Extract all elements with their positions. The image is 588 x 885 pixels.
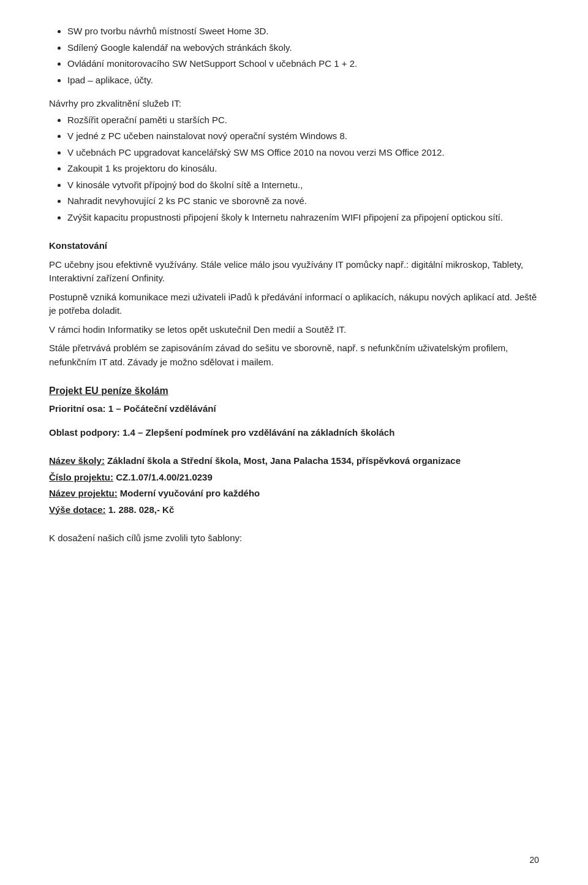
list-item: SW pro tvorbu návrhů místností Sweet Hom…: [67, 25, 539, 39]
vyse-dotace-line: Výše dotace: 1. 288. 028,- Kč: [49, 503, 539, 517]
nazev-skoly-label: Název školy:: [49, 455, 105, 466]
list-item: V jedné z PC učeben nainstalovat nový op…: [67, 129, 539, 143]
nazev-projektu-label: Název projektu:: [49, 488, 118, 498]
vyse-dotace-label: Výše dotace:: [49, 504, 106, 515]
cislo-projektu-line: Číslo projektu: CZ.1.07/1.4.00/21.0239: [49, 471, 539, 485]
cislo-projektu-label: Číslo projektu:: [49, 472, 113, 482]
k-dosazeni-text: K dosažení našich cílů jsme zvolili tyto…: [49, 531, 539, 545]
priorita-line: Prioritní osa: 1 – Počáteční vzdělávání: [49, 402, 539, 416]
nazev-skoly-line: Název školy: Základní škola a Střední šk…: [49, 454, 539, 468]
konstatovani-p1: PC učebny jsou efektivně využívány. Stál…: [49, 258, 539, 286]
konstatovani-p4: Stále přetrvává problém se zapisováním z…: [49, 341, 539, 369]
list-item: Rozšířit operační paměti u starších PC.: [67, 113, 539, 127]
list-item: Nahradit nevyhovující 2 ks PC stanic ve …: [67, 194, 539, 208]
navrhy-section: Návrhy pro zkvalitnění služeb IT: Rozšíř…: [49, 97, 539, 224]
konstatovani-p3: V rámci hodin Informatiky se letos opět …: [49, 323, 539, 337]
oblast-section: Oblast podpory: 1.4 – Zlepšení podmínek …: [49, 426, 539, 440]
nazev-projektu-line: Název projektu: Moderní vyučování pro ka…: [49, 487, 539, 501]
vyse-dotace-value: 1. 288. 028,- Kč: [106, 504, 175, 515]
konstatovani-p2: Postupně vzniká komunikace mezi uživatel…: [49, 291, 539, 318]
k-dosazeni-section: K dosažení našich cílů jsme zvolili tyto…: [49, 531, 539, 545]
intro-bullet-list: SW pro tvorbu návrhů místností Sweet Hom…: [49, 25, 539, 87]
projekt-section: Projekt EU peníze školám Prioritní osa: …: [49, 384, 539, 416]
list-item: Zvýšit kapacitu propustnosti připojení š…: [67, 211, 539, 225]
projekt-title: Projekt EU peníze školám: [49, 384, 539, 398]
skola-section: Název školy: Základní škola a Střední šk…: [49, 454, 539, 517]
page: SW pro tvorbu návrhů místností Sweet Hom…: [0, 0, 588, 885]
konstatovani-heading: Konstatování: [49, 239, 539, 253]
navrhy-heading: Návrhy pro zkvalitnění služeb IT:: [49, 97, 539, 111]
nazev-projektu-value: Moderní vyučování pro každého: [118, 488, 260, 498]
cislo-projektu-value: CZ.1.07/1.4.00/21.0239: [113, 472, 213, 482]
list-item: Ovládání monitorovacího SW NetSupport Sc…: [67, 57, 539, 71]
nazev-skoly-value: Základní škola a Střední škola, Most, Ja…: [105, 455, 461, 466]
konstatovani-section: Konstatování PC učebny jsou efektivně vy…: [49, 239, 539, 369]
oblast-text: Oblast podpory: 1.4 – Zlepšení podmínek …: [49, 426, 539, 440]
page-number: 20: [529, 854, 539, 867]
list-item: Ipad – aplikace, účty.: [67, 74, 539, 88]
list-item: V kinosále vytvořit přípojný bod do škol…: [67, 178, 539, 192]
list-item: Sdílený Google kalendář na webových strá…: [67, 41, 539, 55]
navrhy-bullet-list: Rozšířit operační paměti u starších PC. …: [49, 113, 539, 225]
list-item: Zakoupit 1 ks projektoru do kinosálu.: [67, 162, 539, 176]
list-item: V učebnách PC upgradovat kancelářský SW …: [67, 146, 539, 160]
